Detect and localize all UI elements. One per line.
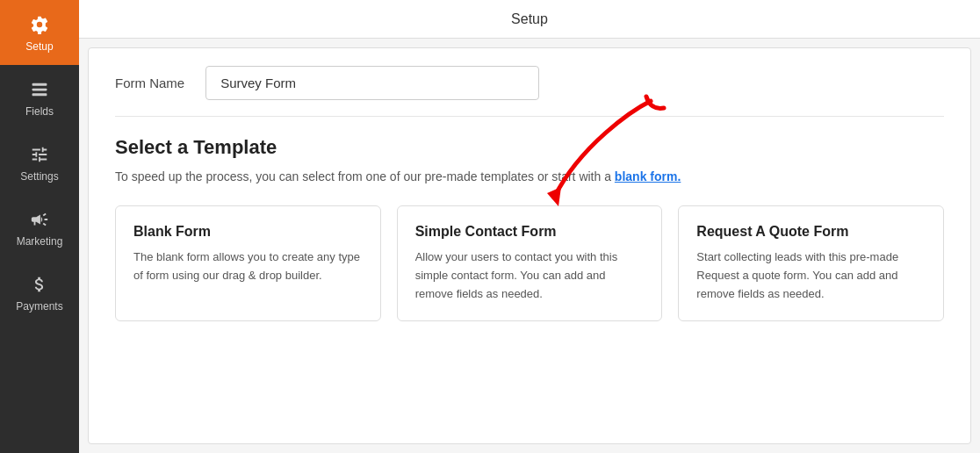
form-name-input[interactable] bbox=[205, 66, 539, 100]
marketing-icon bbox=[27, 207, 52, 232]
card-quote-title: Request A Quote Form bbox=[696, 224, 926, 240]
template-card-blank[interactable]: Blank Form The blank form allows you to … bbox=[115, 205, 381, 321]
blank-form-link[interactable]: blank form. bbox=[615, 169, 681, 183]
template-card-contact[interactable]: Simple Contact Form Allow your users to … bbox=[397, 205, 663, 321]
form-name-label: Form Name bbox=[115, 76, 184, 90]
template-cards: Blank Form The blank form allows you to … bbox=[115, 205, 944, 321]
payments-icon bbox=[27, 272, 52, 297]
sidebar-item-settings-label: Settings bbox=[20, 170, 58, 183]
top-header: Setup bbox=[79, 0, 980, 39]
template-section: Select a Template To speed up the proces… bbox=[115, 136, 944, 321]
sidebar: Setup Fields Settings Marketing Payments bbox=[0, 0, 79, 453]
svg-rect-2 bbox=[32, 94, 47, 97]
card-quote-desc: Start collecting leads with this pre-mad… bbox=[696, 248, 926, 303]
template-section-title: Select a Template bbox=[115, 136, 944, 159]
page-title: Setup bbox=[511, 11, 548, 27]
sidebar-item-payments-label: Payments bbox=[16, 300, 62, 313]
sidebar-item-marketing-label: Marketing bbox=[17, 235, 63, 248]
sidebar-item-settings[interactable]: Settings bbox=[0, 130, 79, 195]
main-area: Setup Form Name Select a Template To spe… bbox=[79, 0, 980, 453]
sidebar-item-fields[interactable]: Fields bbox=[0, 65, 79, 130]
card-blank-desc: The blank form allows you to create any … bbox=[133, 248, 363, 285]
template-section-desc: To speed up the process, you can select … bbox=[115, 168, 944, 186]
sidebar-item-fields-label: Fields bbox=[25, 105, 54, 118]
gear-icon bbox=[27, 12, 52, 37]
sidebar-item-setup[interactable]: Setup bbox=[0, 0, 79, 65]
desc-text-before: To speed up the process, you can select … bbox=[115, 169, 615, 183]
sidebar-item-marketing[interactable]: Marketing bbox=[0, 195, 79, 260]
template-card-quote[interactable]: Request A Quote Form Start collecting le… bbox=[678, 205, 944, 321]
settings-icon bbox=[27, 142, 52, 167]
card-contact-title: Simple Contact Form bbox=[415, 224, 645, 240]
sidebar-item-payments[interactable]: Payments bbox=[0, 260, 79, 325]
svg-rect-1 bbox=[32, 89, 47, 91]
card-contact-desc: Allow your users to contact you with thi… bbox=[415, 248, 645, 303]
sidebar-item-setup-label: Setup bbox=[25, 40, 53, 53]
svg-rect-0 bbox=[32, 83, 47, 86]
content-area: Form Name Select a Template To speed up … bbox=[88, 47, 971, 444]
form-name-row: Form Name bbox=[115, 66, 944, 117]
card-blank-title: Blank Form bbox=[133, 224, 363, 240]
fields-icon bbox=[27, 77, 52, 102]
